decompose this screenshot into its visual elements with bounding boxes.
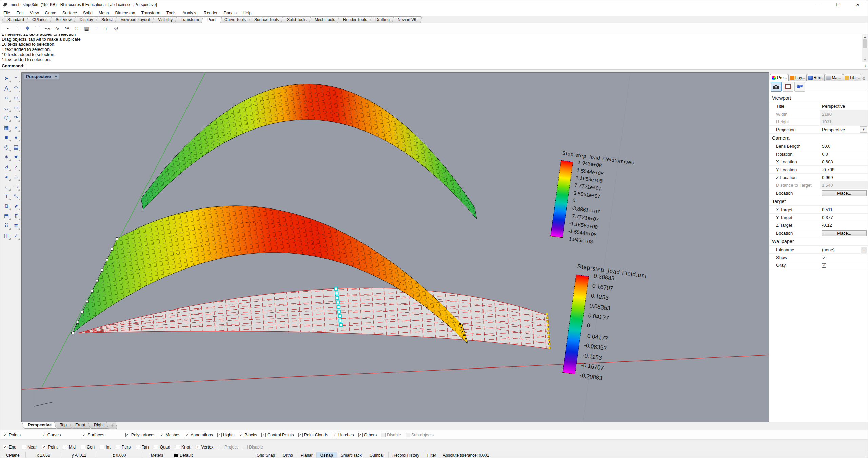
- menu-view[interactable]: View: [27, 9, 42, 16]
- menu-solid[interactable]: Solid: [80, 9, 96, 16]
- osnap-disable[interactable]: Disable: [243, 445, 263, 450]
- status-toggle-grid-snap[interactable]: Grid Snap: [253, 452, 279, 458]
- checkbox[interactable]: [63, 445, 67, 449]
- filter-point-clouds[interactable]: Point Clouds: [298, 433, 328, 437]
- filter-disable[interactable]: Disable: [381, 433, 401, 437]
- prop-value[interactable]: Perspective: [822, 127, 845, 132]
- tool-box[interactable]: ■: [2, 132, 11, 142]
- command-scrollbar[interactable]: ▲ ▼: [862, 34, 868, 63]
- ribbon-tab-cplanes[interactable]: CPlanes: [26, 16, 53, 23]
- osnap-point[interactable]: Point: [42, 445, 58, 450]
- filter-points[interactable]: Points: [3, 433, 21, 437]
- toolbar-button-point-cloud[interactable]: ❖: [23, 24, 33, 33]
- checkbox[interactable]: [22, 445, 26, 449]
- tool-grid-array[interactable]: ⠿: [2, 221, 11, 231]
- checkbox[interactable]: [381, 433, 386, 437]
- toolbar-button-add-remove-points[interactable]: ∓: [101, 24, 111, 33]
- prop-value[interactable]: -0.12: [822, 223, 832, 228]
- panel-tab-properties[interactable]: Pro...: [770, 74, 788, 81]
- viewport-properties-button[interactable]: [771, 82, 782, 92]
- tool-sphere[interactable]: ●: [11, 132, 21, 142]
- tool-extrude[interactable]: ⇈: [11, 211, 21, 221]
- ribbon-tab-point[interactable]: Point: [201, 16, 222, 23]
- menu-edit[interactable]: Edit: [13, 9, 27, 16]
- checkbox[interactable]: [298, 433, 303, 437]
- menu-mesh[interactable]: Mesh: [96, 9, 112, 16]
- tool-linear-array[interactable]: ≣: [11, 221, 21, 231]
- osnap-end[interactable]: End: [3, 445, 16, 450]
- status-toggle-osnap[interactable]: Osnap: [317, 452, 337, 458]
- menu-render[interactable]: Render: [201, 9, 221, 16]
- status-toggle-planar[interactable]: Planar: [297, 452, 317, 458]
- viewport-tab-perspective[interactable]: Perspective: [22, 422, 58, 429]
- filter-lights[interactable]: Lights: [217, 433, 234, 437]
- tool-check[interactable]: ✓: [11, 231, 21, 240]
- legend-value[interactable]: 0.04177: [588, 312, 611, 322]
- object-chain-button[interactable]: [794, 82, 805, 92]
- checkbox[interactable]: [196, 445, 200, 449]
- tool-point[interactable]: °: [11, 73, 21, 83]
- filter-blocks[interactable]: Blocks: [239, 433, 257, 437]
- filter-curves[interactable]: Curves: [42, 433, 61, 437]
- menu-surface[interactable]: Surface: [59, 9, 80, 16]
- tool-mirror[interactable]: ◫: [2, 231, 11, 240]
- menu-tools[interactable]: Tools: [163, 9, 179, 16]
- checkbox[interactable]: [42, 433, 46, 437]
- legend-value[interactable]: -0.04177: [585, 332, 608, 342]
- tool-circle[interactable]: ○: [2, 93, 11, 103]
- ribbon-tab-transform[interactable]: Transform: [175, 16, 205, 23]
- prop-value[interactable]: (none): [822, 247, 835, 252]
- browse-button[interactable]: ...: [861, 247, 867, 253]
- toolbar-button-point-on-curve[interactable]: ⌒: [33, 24, 42, 33]
- legend-value[interactable]: -0.08353: [584, 342, 607, 352]
- ribbon-tab-render-tools[interactable]: Render Tools: [337, 16, 373, 23]
- toolbar-button-dense-point-grid[interactable]: ▩: [82, 24, 92, 33]
- tool-polygon[interactable]: ⬡: [2, 113, 11, 122]
- flat-strip-mesh[interactable]: [78, 288, 550, 349]
- prop-value[interactable]: 0.969: [822, 175, 833, 180]
- top-arch-surface[interactable]: [141, 84, 477, 219]
- scroll-up-icon[interactable]: ▲: [862, 34, 868, 39]
- status-toggle-record-history[interactable]: Record History: [389, 452, 423, 458]
- units-cell[interactable]: Meters: [142, 452, 172, 458]
- osnap-perp[interactable]: Perp: [116, 445, 131, 450]
- tool-rectangle[interactable]: ▭: [11, 103, 21, 113]
- ribbon-tab-drafting[interactable]: Drafting: [369, 16, 395, 23]
- ribbon-tab-viewport-layout[interactable]: Viewport Layout: [115, 16, 156, 23]
- osnap-project[interactable]: Project: [219, 445, 238, 450]
- menu-help[interactable]: Help: [240, 9, 255, 16]
- checkbox[interactable]: [406, 433, 410, 437]
- checkbox[interactable]: [3, 445, 7, 449]
- panel-tab-libraries[interactable]: Libr...: [843, 74, 861, 81]
- tool-object-color[interactable]: ◕: [2, 172, 11, 181]
- checkbox[interactable]: [82, 433, 86, 437]
- tool-control-point-curve[interactable]: ⋀: [2, 83, 11, 93]
- checkbox[interactable]: [261, 433, 266, 437]
- prop-value[interactable]: Perspective: [822, 104, 845, 109]
- prop-value[interactable]: -0.708: [822, 167, 834, 172]
- status-toggle-ortho[interactable]: Ortho: [279, 452, 297, 458]
- toolbar-button-points-on-curve[interactable]: ⚯: [62, 24, 72, 33]
- detail-properties-button[interactable]: [783, 82, 793, 92]
- filter-polysurfaces[interactable]: Polysurfaces: [125, 433, 156, 437]
- legend-value[interactable]: 0: [586, 322, 610, 332]
- place-button[interactable]: Place...: [822, 230, 867, 236]
- status-toggle-gumball[interactable]: Gumball: [366, 452, 389, 458]
- menu-transform[interactable]: Transform: [138, 9, 163, 16]
- legend-value[interactable]: 0.16707: [592, 282, 615, 292]
- prop-value[interactable]: 0.511: [822, 207, 833, 212]
- tool-surface-bend[interactable]: ◗: [11, 122, 21, 132]
- tool-surface-from-points[interactable]: ▦: [2, 122, 11, 132]
- close-button[interactable]: ✕: [848, 0, 868, 9]
- checkbox[interactable]: [822, 263, 826, 268]
- viewport-title-label[interactable]: Perspective ▼: [24, 74, 59, 79]
- checkbox[interactable]: [358, 433, 363, 437]
- osnap-int[interactable]: Int: [100, 445, 111, 450]
- legend-value[interactable]: -0.16707: [581, 362, 604, 372]
- tool-explode[interactable]: ✶: [2, 152, 11, 162]
- tool-dot-group[interactable]: ∴: [11, 172, 21, 181]
- tool-conic-curve[interactable]: ↷: [11, 113, 21, 122]
- prop-value[interactable]: 0.0: [822, 152, 828, 157]
- status-toggle-smarttrack[interactable]: SmartTrack: [337, 452, 366, 458]
- viewport-tab-front[interactable]: Front: [70, 422, 91, 429]
